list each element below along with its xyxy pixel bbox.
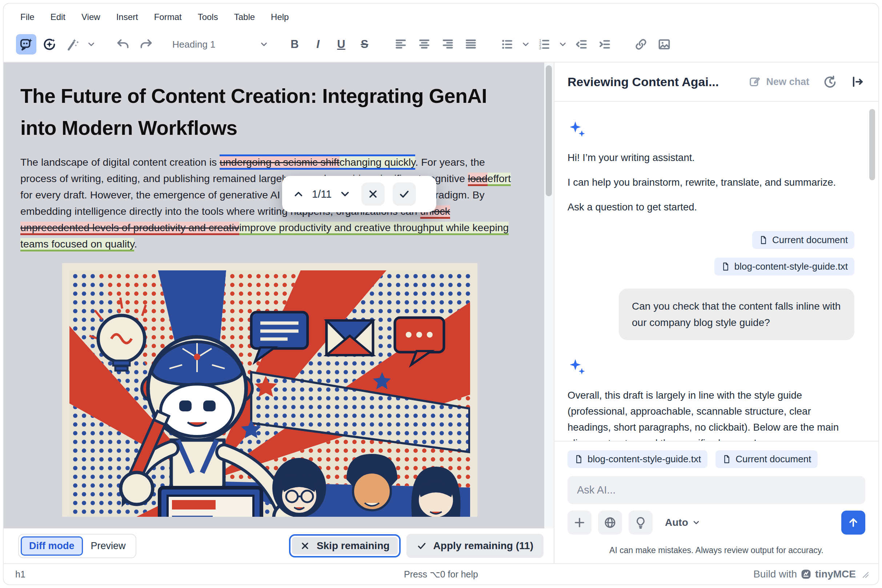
globe-icon — [604, 516, 617, 529]
document-image[interactable] — [62, 263, 477, 517]
align-left-icon — [394, 38, 408, 51]
bullet-list-menu-chevron[interactable] — [520, 34, 531, 54]
envelope-art — [326, 321, 373, 355]
ai-assistant-button[interactable] — [16, 34, 36, 54]
next-change-button[interactable] — [337, 185, 353, 203]
chat-scrollbar-thumb[interactable] — [869, 109, 875, 180]
outdent-button[interactable] — [571, 34, 592, 54]
diff-deletion[interactable]: undergoing a seismic shift — [219, 154, 340, 170]
numbered-list-menu-chevron[interactable] — [557, 34, 568, 54]
document-icon — [574, 454, 583, 464]
apply-remaining-button[interactable]: Apply remaining (11) — [406, 534, 544, 558]
diff-insertion[interactable]: effort — [488, 172, 511, 186]
plus-icon — [573, 516, 586, 529]
composer-chip-label: blog-content-style-guide.txt — [587, 453, 701, 465]
chevron-down-icon — [259, 40, 269, 49]
context-chip[interactable]: blog-content-style-guide.txt — [714, 258, 854, 276]
attach-button[interactable] — [568, 511, 592, 535]
assistant-reply: Overall, this draft is largely in line w… — [568, 387, 854, 441]
menu-item[interactable]: Tools — [198, 12, 218, 22]
composer-context-chip[interactable]: blog-content-style-guide.txt — [568, 450, 708, 468]
align-right-icon — [441, 38, 454, 51]
new-chat-button[interactable]: New chat — [748, 76, 809, 88]
document: The Future of Content Creation: Integrat… — [4, 63, 554, 517]
menu-item[interactable]: Edit — [51, 12, 65, 22]
editor-scrollbar[interactable] — [544, 63, 554, 528]
ai-chat-icon — [19, 38, 33, 51]
menu-item[interactable]: View — [81, 12, 100, 22]
chat-message-list[interactable]: Hi! I’m your writing assistant.I can hel… — [554, 102, 878, 441]
align-justify-button[interactable] — [461, 34, 481, 54]
web-search-button[interactable] — [598, 511, 622, 535]
ask-ai-input[interactable] — [568, 476, 865, 504]
align-right-button[interactable] — [437, 34, 458, 54]
menu-item[interactable]: Format — [154, 12, 182, 22]
composer-chip-label: Current document — [735, 453, 811, 465]
align-left-button[interactable] — [391, 34, 411, 54]
menu-item[interactable]: File — [20, 12, 35, 22]
skip-remaining-button[interactable]: Skip remaining — [289, 534, 401, 558]
element-path[interactable]: h1 — [15, 569, 26, 580]
history-icon — [823, 75, 837, 88]
preview-button[interactable]: Preview — [83, 537, 134, 555]
ai-sparkle-icon — [568, 355, 587, 376]
indent-button[interactable] — [594, 34, 615, 54]
branding[interactable]: Build with tinyMCE — [753, 568, 856, 580]
numbered-list-button[interactable]: 123 — [534, 34, 554, 54]
resize-grip-icon[interactable] — [861, 570, 869, 578]
chat-history-button[interactable] — [823, 75, 837, 88]
diff-insertion[interactable]: changing quickly — [340, 154, 416, 170]
align-center-icon — [418, 38, 431, 51]
diff-mode-button[interactable]: Diff mode — [21, 536, 83, 556]
paragraph-text: The landscape of digital content creatio… — [20, 156, 219, 168]
arrow-up-icon — [847, 516, 859, 529]
menu-bar: FileEditViewInsertFormatToolsTableHelp — [4, 4, 878, 27]
magic-wand-menu-chevron[interactable] — [86, 34, 97, 54]
strikethrough-button[interactable]: S — [355, 34, 375, 54]
undo-button[interactable] — [113, 34, 133, 54]
redo-button[interactable] — [136, 34, 156, 54]
magic-wand-button[interactable] — [63, 34, 83, 54]
chevron-up-icon — [292, 188, 305, 200]
editor-scrollbar-thumb[interactable] — [546, 65, 552, 196]
document-title[interactable]: The Future of Content Creation: Integrat… — [20, 80, 519, 144]
ai-disclaimer: AI can make mistakes. Always review outp… — [568, 546, 865, 555]
tinymce-logo-icon — [801, 569, 811, 580]
italic-button[interactable]: I — [308, 34, 328, 54]
diff-deletion[interactable]: load — [468, 172, 488, 186]
ai-review-button[interactable] — [39, 34, 60, 54]
suggestions-button[interactable] — [629, 511, 653, 535]
mode-label: Auto — [665, 517, 688, 528]
undo-icon — [116, 38, 130, 51]
status-bar: h1 Press ⌥0 for help Build with tinyMCE — [4, 563, 878, 584]
bold-button[interactable]: B — [285, 34, 305, 54]
reject-change-button[interactable] — [361, 182, 385, 206]
menu-item[interactable]: Table — [234, 12, 255, 22]
mode-select[interactable]: Auto — [665, 517, 700, 528]
previous-change-button[interactable] — [290, 185, 307, 203]
magic-wand-icon — [66, 38, 80, 51]
composer-chip-list: blog-content-style-guide.txt Current doc… — [568, 450, 865, 468]
collapse-panel-button[interactable] — [851, 75, 864, 88]
send-button[interactable] — [841, 511, 865, 535]
block-format-select[interactable]: Heading 1 — [172, 39, 269, 50]
chat-panel-header: Reviewing Content Agai... New chat — [554, 63, 878, 102]
link-button[interactable] — [631, 34, 651, 54]
apply-remaining-label: Apply remaining (11) — [433, 540, 533, 552]
underline-button[interactable]: U — [331, 34, 352, 54]
align-center-button[interactable] — [414, 34, 434, 54]
context-chip[interactable]: Current document — [752, 231, 854, 249]
accept-change-button[interactable] — [393, 182, 416, 206]
editor-canvas[interactable]: The Future of Content Creation: Integrat… — [4, 63, 554, 528]
bullet-list-button[interactable] — [497, 34, 517, 54]
editor-column: The Future of Content Creation: Integrat… — [4, 63, 554, 563]
lightbulb-icon — [634, 516, 647, 529]
insert-image-button[interactable] — [654, 34, 675, 54]
context-chip-list: Current document blog-content-style-guid… — [568, 231, 854, 276]
brand-prefix: Build with — [753, 568, 797, 580]
editor-toolbar: Heading 1 B I U S 123 — [4, 27, 878, 63]
menu-item[interactable]: Help — [271, 12, 288, 22]
document-paragraph[interactable]: The landscape of digital content creatio… — [20, 154, 519, 252]
composer-context-chip[interactable]: Current document — [715, 450, 817, 468]
menu-item[interactable]: Insert — [116, 12, 138, 22]
